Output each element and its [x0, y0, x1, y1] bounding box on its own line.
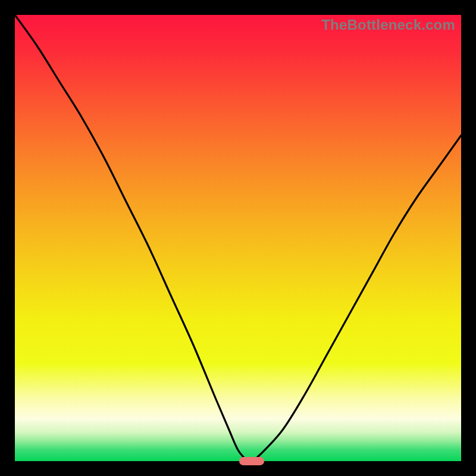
- chart-plot-area: TheBottleneck.com: [15, 15, 461, 461]
- optimum-marker: [239, 457, 264, 465]
- chart-curve-layer: [15, 15, 461, 461]
- bottleneck-curve: [15, 15, 461, 461]
